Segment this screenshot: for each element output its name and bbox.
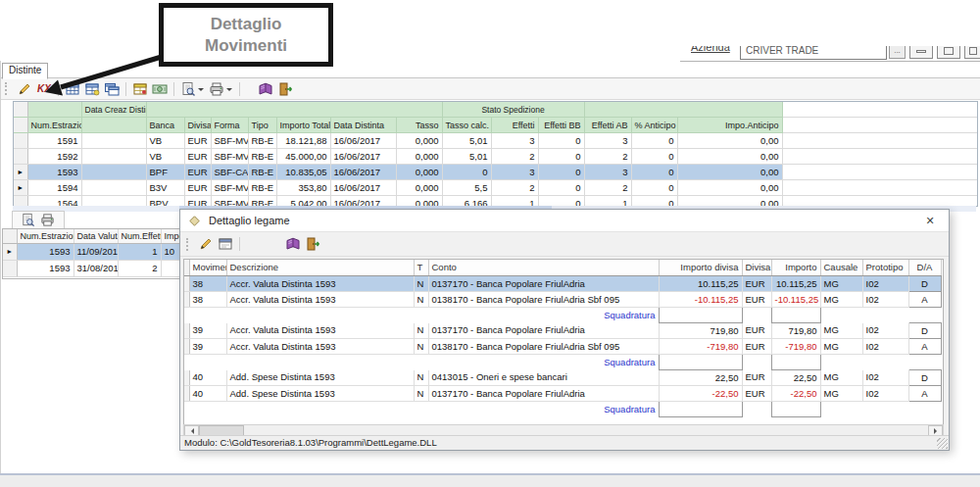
- dialog-close-icon[interactable]: ✕: [917, 215, 943, 227]
- cancel-kx-icon[interactable]: KX: [37, 83, 51, 94]
- print-preview-icon[interactable]: [21, 213, 36, 228]
- col-header[interactable]: D/A: [908, 260, 941, 276]
- col-header[interactable]: Effetti AB: [584, 118, 631, 133]
- printer-icon[interactable]: [40, 213, 56, 228]
- col-header[interactable]: Data Distinta: [330, 118, 396, 133]
- col-header[interactable]: Num.Estrazione: [17, 229, 74, 244]
- col-header[interactable]: Forma: [211, 118, 248, 133]
- col-header[interactable]: Prototipo: [862, 260, 908, 276]
- cell: A: [908, 386, 941, 402]
- movimenti-colheader-row: MovimentoDescrizioneTContoImporto divisa…: [184, 260, 941, 276]
- cell: SBF-CA: [211, 165, 248, 180]
- cell: 0: [631, 180, 677, 196]
- cell: 0137170 - Banca Popolare FriulAdria: [428, 276, 659, 292]
- col-header[interactable]: Divisa: [184, 118, 211, 133]
- col-header[interactable]: % Anticipo: [631, 118, 677, 133]
- printer-icon[interactable]: [209, 81, 224, 97]
- col-header[interactable]: Banca: [146, 118, 184, 133]
- col-header[interactable]: Num.Effetti: [118, 229, 161, 244]
- toolbar-grip[interactable]: [186, 238, 191, 251]
- col-header[interactable]: Tipo: [248, 118, 276, 133]
- maximize-button[interactable]: [937, 46, 960, 59]
- tab-distinte[interactable]: Distinte: [2, 63, 48, 79]
- col-header[interactable]: Importo divisa: [659, 260, 742, 276]
- cell: [862, 402, 908, 417]
- distinte-grid: Data Creaz Distinta Stato Spedizione Num…: [13, 101, 978, 207]
- col-header[interactable]: Descrizione: [226, 260, 414, 276]
- company-more-button[interactable]: ...: [889, 46, 906, 59]
- printer-dropdown-caret[interactable]: [226, 88, 232, 94]
- movimento-row[interactable]: 39Accr. Valuta Distinta 1593N0137170 - B…: [184, 323, 941, 339]
- distinte-row[interactable]: ►1593BPFEURSBF-CARB-E10.835,0516/06/2017…: [14, 165, 977, 180]
- cell: [820, 308, 862, 323]
- clear-book-icon[interactable]: [258, 81, 273, 97]
- movimento-row[interactable]: 38Accr. Valuta Distinta 1593N0138170 - B…: [184, 292, 941, 308]
- close-window-button[interactable]: [964, 46, 980, 59]
- cell: B3V: [146, 180, 184, 196]
- cell: 0137170 - Banca Popolare FriulAdria: [428, 323, 659, 339]
- cell: [81, 180, 146, 196]
- company-selector[interactable]: CRIVER TRADE: [740, 46, 887, 60]
- cell: [414, 355, 428, 370]
- squadratura-row[interactable]: Squadratura: [184, 402, 941, 417]
- clear-book-icon[interactable]: [285, 236, 301, 252]
- squadratura-amount-box: [659, 402, 742, 417]
- col-header[interactable]: [81, 118, 146, 133]
- cell: [782, 118, 977, 133]
- table-yellow-icon[interactable]: [132, 81, 148, 97]
- col-header[interactable]: Tasso: [396, 118, 442, 133]
- exit-door-icon[interactable]: [277, 81, 293, 97]
- cell: 39: [189, 323, 226, 339]
- col-header[interactable]: Tasso calc.: [442, 118, 491, 133]
- col-header[interactable]: Num.Estrazione: [27, 118, 81, 133]
- print-preview-icon[interactable]: [180, 81, 196, 97]
- col-header[interactable]: Movimento: [189, 260, 226, 276]
- movimento-row[interactable]: 40Add. Spese Distinta 1593N0137170 - Ban…: [184, 386, 941, 402]
- table-icon[interactable]: [84, 81, 100, 97]
- resize-grip[interactable]: [937, 438, 948, 449]
- dettaglio-movimenti-icon[interactable]: [65, 81, 80, 97]
- col-header[interactable]: Effetti BB: [538, 118, 584, 133]
- col-header[interactable]: T: [414, 260, 428, 276]
- cell: 5,5: [442, 180, 491, 196]
- cell: 18.121,88: [276, 133, 330, 149]
- cell: Accr. Valuta Distinta 1593: [226, 339, 414, 355]
- money-icon[interactable]: [152, 81, 168, 97]
- col-header[interactable]: Causale: [820, 260, 862, 276]
- cell: 1593: [17, 244, 74, 261]
- cell: -719,80: [771, 339, 820, 355]
- movimento-row[interactable]: 40Add. Spese Distinta 1593N0413015 - One…: [184, 370, 941, 386]
- col-header[interactable]: Effetti: [491, 118, 538, 133]
- cell: 38: [189, 276, 226, 292]
- cell: 1593: [17, 261, 74, 277]
- col-header[interactable]: Importo: [771, 260, 820, 276]
- distinte-row[interactable]: ►1594B3VEURSBF-MVRB-E353,8016/06/20170,0…: [14, 180, 977, 196]
- distinte-row[interactable]: 1591VBEURSBF-MVRB-E18.121,8816/06/20170,…: [14, 133, 977, 149]
- cell: [81, 165, 146, 180]
- toolbar-grip[interactable]: [5, 82, 10, 95]
- movimenti-table-wrap: MovimentoDescrizioneTContoImporto divisa…: [183, 259, 944, 425]
- col-header[interactable]: Importo Totale: [276, 118, 330, 133]
- movimento-row[interactable]: 38Accr. Valuta Distinta 1593N0137170 - B…: [184, 276, 941, 292]
- col-header[interactable]: Conto: [428, 260, 659, 276]
- col-header[interactable]: Data Valuta: [74, 229, 118, 244]
- distinte-row[interactable]: 1592VBEURSBF-MVRB-E45.000,0016/06/20170,…: [14, 149, 977, 165]
- row-marker: [3, 261, 17, 277]
- minimize-button[interactable]: [909, 46, 933, 59]
- exit-door-icon[interactable]: [305, 236, 320, 252]
- dialog-titlebar[interactable]: Dettaglio legame ✕: [180, 210, 949, 232]
- edit-pencil-icon[interactable]: [198, 236, 214, 252]
- cell: -10.115,25: [771, 292, 820, 308]
- squadratura-row[interactable]: Squadratura: [184, 355, 941, 370]
- properties-window-icon[interactable]: [218, 236, 233, 252]
- col-header[interactable]: Impo.Anticipo: [677, 118, 782, 133]
- cell: 1593: [27, 165, 81, 180]
- preview-dropdown-caret[interactable]: [198, 88, 204, 94]
- table-copy-icon[interactable]: [104, 81, 120, 97]
- edit-pencil-icon[interactable]: [17, 81, 32, 97]
- row-marker: [14, 149, 27, 165]
- movimento-row[interactable]: 39Accr. Valuta Distinta 1593N0138170 - B…: [184, 339, 941, 355]
- col-header[interactable]: Divisa: [742, 260, 771, 276]
- azienda-label: Azienda: [691, 46, 730, 53]
- squadratura-row[interactable]: Squadratura: [184, 308, 941, 323]
